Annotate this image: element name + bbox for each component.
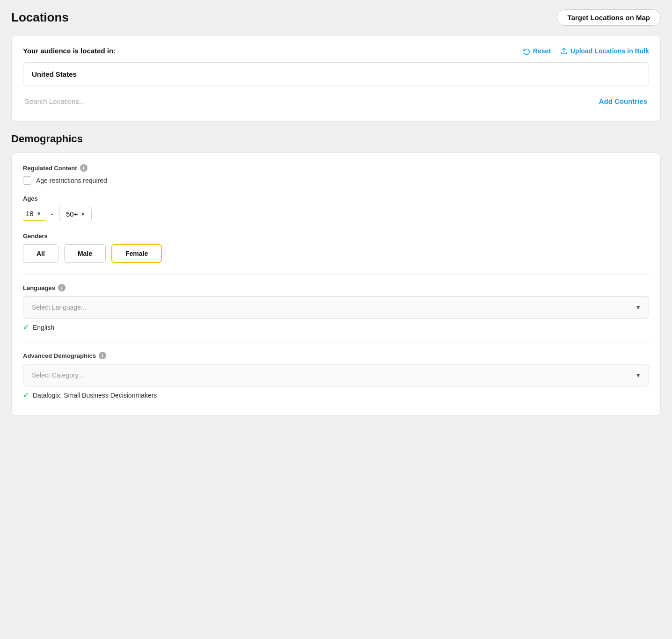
locations-card: Your audience is located in: Reset Uploa…	[11, 35, 661, 122]
gender-buttons: All Male Female	[23, 244, 649, 263]
selected-advanced-text: Datalogix: Small Business Decisionmakers	[33, 392, 157, 399]
demographics-title: Demographics	[11, 133, 661, 145]
page-title: Locations	[11, 10, 69, 25]
max-age-chevron-icon: ▾	[81, 211, 85, 218]
regulated-content-label: Regulated Content i	[23, 164, 649, 172]
language-select-dropdown[interactable]: Select Language... ▾	[23, 296, 649, 319]
advanced-category-dropdown[interactable]: Select Category... ▾	[23, 364, 649, 386]
languages-section: Languages i Select Language... ▾ ✓ Engli…	[23, 284, 649, 332]
ages-section: Ages 18 ▾ - 50+ ▾	[23, 195, 649, 221]
language-check-icon: ✓	[23, 323, 29, 332]
advanced-category-placeholder: Select Category...	[32, 371, 83, 379]
advanced-demographics-info-icon[interactable]: i	[99, 352, 106, 359]
audience-label: Your audience is located in:	[23, 47, 116, 55]
advanced-demographics-section: Advanced Demographics i Select Category.…	[23, 352, 649, 399]
target-map-button[interactable]: Target Locations on Map	[557, 9, 661, 26]
languages-info-icon[interactable]: i	[58, 284, 66, 291]
min-age-chevron-icon: ▾	[37, 210, 41, 217]
reset-icon	[523, 47, 530, 55]
selected-language-text: English	[33, 324, 54, 331]
max-age-select[interactable]: 50+ ▾	[59, 207, 92, 221]
audience-header: Your audience is located in: Reset Uploa…	[23, 47, 649, 55]
genders-label: Genders	[23, 232, 649, 240]
gender-female-button[interactable]: Female	[111, 244, 162, 263]
advanced-check-icon: ✓	[23, 391, 29, 399]
language-select-placeholder: Select Language...	[32, 304, 87, 311]
min-age-value: 18	[26, 210, 34, 218]
min-age-select[interactable]: 18 ▾	[23, 207, 45, 221]
reset-link[interactable]: Reset	[523, 47, 551, 55]
advanced-demographics-label: Advanced Demographics i	[23, 352, 649, 359]
max-age-value: 50+	[66, 210, 78, 218]
search-row: Search Locations... Add Countries	[23, 93, 649, 110]
age-selectors: 18 ▾ - 50+ ▾	[23, 207, 649, 221]
gender-all-button[interactable]: All	[23, 244, 58, 263]
page-header: Locations Target Locations on Map	[11, 9, 661, 26]
upload-icon	[560, 47, 568, 55]
selected-advanced-tag: ✓ Datalogix: Small Business Decisionmake…	[23, 391, 649, 399]
add-countries-link[interactable]: Add Countries	[599, 97, 647, 105]
advanced-dropdown-chevron-icon: ▾	[636, 371, 640, 379]
age-dash: -	[51, 210, 53, 218]
gender-male-button[interactable]: Male	[64, 244, 106, 263]
selected-location-box: United States	[23, 62, 649, 86]
age-restriction-row: Age restrictions required	[23, 176, 649, 185]
upload-locations-link[interactable]: Upload Locations in Bulk	[560, 47, 649, 55]
selected-language-tag: ✓ English	[23, 323, 649, 332]
divider-1	[23, 274, 649, 275]
languages-label: Languages i	[23, 284, 649, 291]
search-placeholder[interactable]: Search Locations...	[25, 97, 85, 105]
language-dropdown-chevron-icon: ▾	[636, 303, 640, 312]
age-restriction-checkbox[interactable]	[23, 176, 31, 185]
action-links: Reset Upload Locations in Bulk	[523, 47, 649, 55]
genders-section: Genders All Male Female	[23, 232, 649, 263]
ages-label: Ages	[23, 195, 649, 202]
demographics-card: Regulated Content i Age restrictions req…	[11, 152, 661, 416]
age-restriction-label: Age restrictions required	[36, 177, 107, 184]
regulated-content-section: Regulated Content i Age restrictions req…	[23, 164, 649, 185]
divider-2	[23, 342, 649, 342]
regulated-content-info-icon[interactable]: i	[80, 164, 88, 172]
selected-location-text: United States	[32, 70, 77, 78]
